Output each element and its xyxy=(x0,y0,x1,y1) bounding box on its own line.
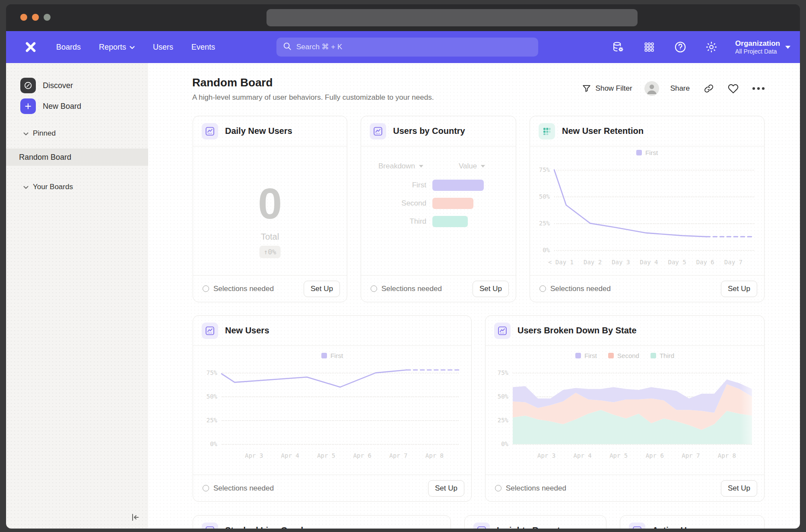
retention-chart: 75% 50% 25% 0% xyxy=(554,162,754,256)
x-axis-labels: Apr 3Apr 4 Apr 5Apr 6 Apr 7Apr 8 xyxy=(245,452,444,459)
set-up-button[interactable]: Set Up xyxy=(473,281,509,297)
line-chart-icon xyxy=(370,123,386,139)
retention-grid-icon xyxy=(539,123,555,139)
sidebar-collapse-button[interactable] xyxy=(128,511,141,523)
card-daily-new-users: Daily New Users 0 Total ↑0% Selections n… xyxy=(193,116,347,302)
window-maximize-button[interactable] xyxy=(44,14,51,21)
copy-link-icon[interactable] xyxy=(704,83,714,94)
apps-grid-icon[interactable] xyxy=(642,40,657,54)
mixpanel-logo[interactable] xyxy=(23,40,38,54)
org-name: Organization xyxy=(735,39,780,48)
retention-line xyxy=(554,162,754,256)
bar-third xyxy=(432,216,468,227)
nav-item-events[interactable]: Events xyxy=(191,43,215,52)
bar-row: Second xyxy=(361,197,516,209)
x-axis-labels: Apr 3Apr 4 Apr 5Apr 6 Apr 7Apr 8 xyxy=(537,452,736,459)
legend-swatch-first xyxy=(575,353,581,358)
gear-icon[interactable] xyxy=(704,40,719,54)
legend-swatch-second xyxy=(608,353,614,358)
line-chart-icon xyxy=(202,323,218,339)
random-board-label: Random Board xyxy=(19,153,71,162)
org-project-scope: All Project Data xyxy=(735,48,780,56)
window-titlebar xyxy=(6,4,800,31)
selections-needed-status: Selections needed xyxy=(203,484,274,493)
legend-swatch-first xyxy=(321,353,327,358)
chevron-down-icon xyxy=(23,183,29,191)
plus-icon xyxy=(20,98,36,114)
help-icon[interactable] xyxy=(673,40,688,54)
set-up-button[interactable]: Set Up xyxy=(304,281,340,297)
legend-swatch-third xyxy=(651,353,656,358)
board-actions: Show Filter Share xyxy=(582,81,765,96)
board-main: Random Board A high-level summary of use… xyxy=(148,63,800,529)
chevron-down-icon xyxy=(785,46,790,49)
line-chart-icon xyxy=(494,323,511,339)
sidebar-new-board-label: New Board xyxy=(43,102,81,111)
sidebar-item-new-board[interactable]: New Board xyxy=(6,98,148,114)
pinned-section-label: Pinned xyxy=(33,129,56,138)
forecast-fade xyxy=(740,366,752,444)
selections-needed-status: Selections needed xyxy=(495,484,566,493)
line-chart-icon xyxy=(629,522,645,529)
chart-legend: First xyxy=(193,352,471,359)
avatar[interactable] xyxy=(644,81,659,96)
stacked-area xyxy=(513,366,752,449)
nav-item-boards[interactable]: Boards xyxy=(56,43,81,52)
window-close-button[interactable] xyxy=(20,14,27,21)
global-search[interactable] xyxy=(276,38,538,57)
compass-icon xyxy=(20,78,36,93)
show-filter-button[interactable]: Show Filter xyxy=(596,84,632,93)
bar-second xyxy=(432,198,473,209)
org-switcher[interactable]: Organization All Project Data xyxy=(735,39,790,56)
line-chart-icon xyxy=(473,522,490,529)
sidebar-section-pinned[interactable]: Pinned xyxy=(23,129,56,138)
card-title: Users by Country xyxy=(393,126,465,136)
new-users-line xyxy=(222,366,459,449)
sidebar-discover-label: Discover xyxy=(43,81,73,90)
window-minimize-button[interactable] xyxy=(32,14,39,21)
favorite-heart-icon[interactable] xyxy=(728,83,739,94)
card-title: New User Retention xyxy=(562,126,644,136)
selections-needed-status: Selections needed xyxy=(539,285,611,293)
status-circle-icon xyxy=(371,285,377,292)
card-active-users: Active Users xyxy=(620,515,765,529)
page-subtitle: A high-level summary of user behaviors. … xyxy=(192,93,434,102)
app-window: Boards Reports Users Events xyxy=(6,4,800,529)
status-circle-icon xyxy=(203,485,209,491)
bar-first xyxy=(432,180,484,191)
data-management-icon[interactable] xyxy=(611,40,625,54)
nav-events-label: Events xyxy=(191,43,215,52)
address-bar[interactable] xyxy=(267,9,638,26)
set-up-button[interactable]: Set Up xyxy=(721,480,757,497)
card-title: Insights Report xyxy=(497,526,560,529)
share-button[interactable]: Share xyxy=(670,84,690,93)
card-new-users: New Users First 75% 50% 25% 0% Apr 3Apr … xyxy=(193,315,472,502)
sidebar-section-your-boards[interactable]: Your Boards xyxy=(23,183,73,191)
card-title: Daily New Users xyxy=(225,126,292,136)
more-options-icon[interactable] xyxy=(752,87,765,90)
line-chart-icon xyxy=(202,522,218,529)
by-state-chart: 75% 50% 25% 0% xyxy=(513,366,752,449)
status-circle-icon xyxy=(203,285,209,292)
set-up-button[interactable]: Set Up xyxy=(721,281,757,297)
bar-row: First xyxy=(361,179,516,191)
sidebar-item-random-board[interactable]: Random Board xyxy=(6,149,148,166)
nav-boards-label: Boards xyxy=(56,43,81,52)
value-dropdown[interactable]: Value xyxy=(459,162,485,171)
legend-swatch-first xyxy=(636,150,642,155)
card-title: New Users xyxy=(225,326,269,336)
selections-needed-status: Selections needed xyxy=(371,285,442,293)
nav-item-reports[interactable]: Reports xyxy=(99,43,135,52)
search-icon xyxy=(282,41,292,53)
page-title: Random Board xyxy=(192,76,273,89)
search-input[interactable] xyxy=(296,43,532,51)
breakdown-dropdown[interactable]: Breakdown xyxy=(378,162,423,171)
set-up-button[interactable]: Set Up xyxy=(428,480,464,497)
nav-item-users[interactable]: Users xyxy=(153,43,173,52)
sidebar-item-discover[interactable]: Discover xyxy=(6,78,148,93)
line-chart-icon xyxy=(202,123,218,139)
chevron-down-icon xyxy=(130,45,135,49)
x-axis-labels: < Day 1Day 2 Day 3Day 4 Day 5Day 6 Day 7 xyxy=(548,259,743,266)
status-circle-icon xyxy=(495,485,501,491)
card-new-user-retention: New User Retention First 75% 50% 25% 0% … xyxy=(530,116,765,302)
